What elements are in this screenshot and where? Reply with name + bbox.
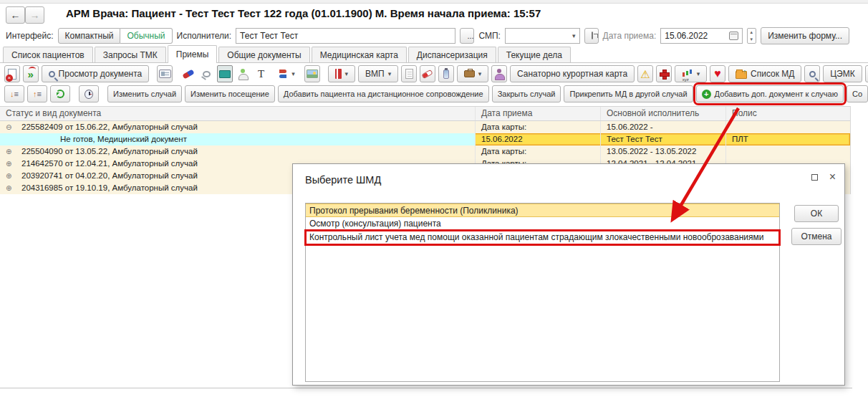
medication-button[interactable]: [180, 65, 196, 82]
change-form-button[interactable]: Изменить форму...: [761, 27, 849, 44]
sanatorium-card-button[interactable]: Санаторно курортная карта: [510, 65, 635, 82]
column-header-date[interactable]: Дата приема: [475, 107, 600, 120]
expander-icon[interactable]: ⊕: [6, 170, 21, 182]
performers-value: Тест Тест Тест: [240, 31, 298, 41]
text-button[interactable]: T: [254, 65, 269, 82]
nav-back-button[interactable]: ←: [6, 6, 25, 24]
history-button[interactable]: [79, 85, 99, 102]
interface-normal-button[interactable]: Обычный: [120, 28, 172, 44]
open-form-icon: [592, 32, 593, 39]
cancel-document-button[interactable]: [4, 65, 20, 82]
warning-button[interactable]: ⚠: [637, 65, 653, 82]
patient-button[interactable]: [491, 65, 507, 82]
tab-common-documents[interactable]: Общие документы: [218, 47, 309, 62]
performers-ellipsis-button[interactable]: ...: [460, 28, 474, 44]
column-header-executor[interactable]: Основной исполнитель: [600, 107, 725, 120]
image-button[interactable]: [304, 65, 320, 82]
shmd-list-item[interactable]: Протокол прерывания беременности (Поликл…: [306, 204, 779, 217]
cemk-button[interactable]: ЦЭМК: [823, 65, 862, 82]
chevron-down-icon: ▾: [345, 70, 349, 77]
table-row[interactable]: ⊖225582409 от 15.06.22, Амбулаторный слу…: [0, 121, 850, 133]
card-button[interactable]: [217, 65, 233, 82]
case-date: Дата карты:: [475, 145, 600, 158]
vmp-button[interactable]: ВМП▾: [358, 65, 398, 82]
capsule-button[interactable]: [420, 65, 435, 82]
expander-icon[interactable]: ⊕: [6, 158, 21, 170]
preview-document-button[interactable]: Просмотр документа: [42, 65, 150, 82]
redo-arrows-icon: »: [28, 69, 34, 80]
cancel-button[interactable]: Отмена: [791, 228, 842, 245]
person-icon: [494, 69, 504, 79]
search-button[interactable]: [804, 65, 820, 82]
smp-label: СМП:: [478, 31, 501, 41]
expander-icon[interactable]: ⊕: [6, 182, 21, 194]
attach-md-button[interactable]: Прикрепить МД в другой случай: [564, 85, 693, 102]
date-value: 15.06.2022: [665, 31, 708, 41]
briefcase-menu-button[interactable]: ▾: [457, 65, 489, 82]
case-executor: 13.05.2022 - 13.05.2022: [600, 145, 725, 158]
expander-icon[interactable]: ⊕: [6, 145, 21, 158]
shmd-list-item[interactable]: Осмотр (консультация) пациента: [306, 217, 779, 231]
chart-menu-button[interactable]: ▾: [675, 65, 708, 82]
window-top-strip: [0, 0, 868, 4]
bottle-button[interactable]: [438, 65, 454, 82]
table-row[interactable]: ⊕225504090 от 13.05.22, Амбулаторный слу…: [0, 145, 850, 158]
tab-dispensary[interactable]: Диспансеризация: [408, 47, 496, 62]
date-input[interactable]: 15.06.2022: [660, 28, 742, 44]
smp-open-button[interactable]: [584, 28, 599, 44]
add-extra-document-button[interactable]: +Добавить доп. документ к случаю: [696, 85, 844, 102]
close-icon[interactable]: ×: [829, 173, 836, 181]
medical-cross-button[interactable]: [656, 65, 672, 82]
maximize-icon[interactable]: [811, 174, 818, 181]
shmd-list-item-highlighted[interactable]: Контрольный лист учета мед помощи оказан…: [306, 231, 779, 244]
interface-compact-button[interactable]: Компактный: [58, 28, 121, 44]
redo-button[interactable]: »: [23, 65, 39, 82]
tab-medical-card[interactable]: Медицинская карта: [312, 47, 407, 62]
document-gray-button[interactable]: [401, 65, 417, 82]
document-date: 15.06.2022: [475, 133, 600, 145]
close-case-button[interactable]: Закрыть случай: [492, 85, 561, 102]
header-bar: ← → АРМ Врача: Пациент - Тест Тест Тест …: [6, 6, 868, 24]
tab-patient-list[interactable]: Список пациентов: [3, 47, 93, 62]
doctor-icon: [238, 69, 248, 79]
nav-forward-button[interactable]: →: [25, 6, 44, 24]
sort-descending-button[interactable]: ↓≡: [4, 85, 24, 102]
capsule-icon: [422, 69, 433, 79]
tab-current-tasks[interactable]: Текущие дела: [498, 47, 571, 62]
refresh-button[interactable]: [50, 85, 70, 102]
tmk-button[interactable]: ТМК: [865, 65, 868, 82]
add-remote-monitoring-button[interactable]: Добавить пациента на дистанционное сопро…: [278, 85, 489, 102]
date-spinner[interactable]: ▲▼: [747, 28, 757, 44]
id-card-button[interactable]: [157, 65, 173, 82]
expander-icon[interactable]: ⊖: [6, 121, 21, 133]
md-list-button[interactable]: Список МД: [728, 65, 801, 82]
pill-icon: [182, 69, 194, 79]
vitals-button[interactable]: ♥: [710, 65, 725, 82]
tab-tmk-requests[interactable]: Запросы ТМК: [95, 47, 166, 62]
smp-combo-input[interactable]: ▾: [505, 28, 580, 44]
sort-ascending-icon: ↑≡: [33, 90, 42, 98]
change-case-button[interactable]: Изменить случай: [107, 85, 182, 102]
column-header-status[interactable]: Статус и вид документа: [0, 107, 475, 120]
case-status: 203920741 от 04.02.20, Амбулаторный случ…: [21, 171, 198, 180]
calendar-icon[interactable]: [729, 32, 738, 40]
document-status: Не готов, Медицинский документ: [0, 133, 475, 145]
toolbar-documents: » Просмотр документа T ▾ ▾ ВМП▾ ▾ Санато…: [4, 64, 868, 83]
heart-icon: ♥: [714, 68, 721, 80]
stethoscope-button[interactable]: [198, 65, 213, 82]
document-executor: Тест Тест Тест: [600, 133, 725, 145]
change-visit-button[interactable]: Изменить посещение: [185, 85, 275, 102]
doctor-button[interactable]: [236, 65, 251, 82]
signpost-button[interactable]: ▾: [271, 65, 302, 82]
back-arrow-icon: ←: [11, 9, 21, 21]
table-row-selected[interactable]: Не готов, Медицинский документ 15.06.202…: [0, 133, 850, 145]
dialog-title: Выберите ШМД: [305, 174, 381, 186]
performers-input[interactable]: Тест Тест Тест: [236, 28, 455, 44]
ok-button[interactable]: ОК: [794, 205, 839, 222]
tab-receptions[interactable]: Приемы: [168, 45, 218, 63]
clipped-button[interactable]: Со: [847, 85, 868, 102]
book-menu-button[interactable]: ▾: [328, 65, 356, 82]
column-header-polis[interactable]: Полис: [725, 107, 851, 120]
interface-label: Интерфейс:: [6, 31, 54, 41]
sort-ascending-button[interactable]: ↑≡: [27, 85, 47, 102]
